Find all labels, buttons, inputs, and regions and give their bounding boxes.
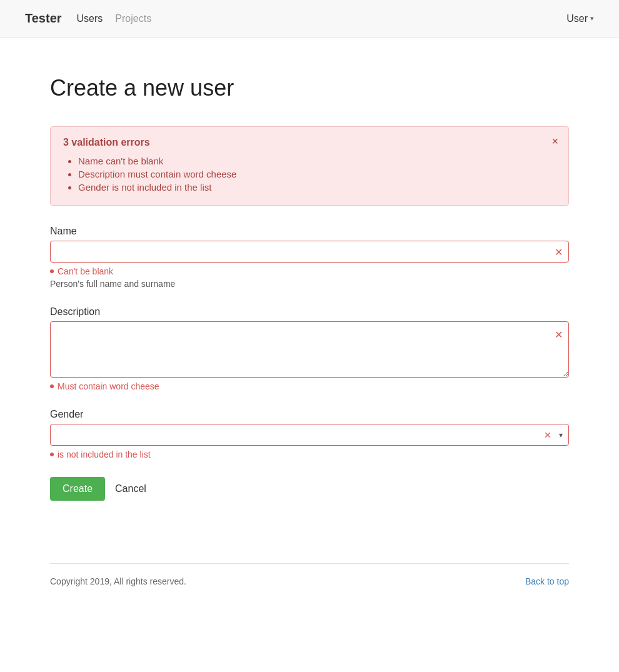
gender-error: is not included in the list — [50, 449, 569, 459]
gender-select[interactable]: Male Female Other — [50, 424, 569, 446]
navbar-link-users[interactable]: Users — [77, 13, 103, 24]
validation-error-list: Name can't be blank Description must con… — [63, 156, 556, 193]
validation-error-box: 3 validation errors × Name can't be blan… — [50, 126, 569, 206]
page-title: Create a new user — [50, 75, 569, 101]
name-input-wrapper: ✕ — [50, 241, 569, 263]
description-error: Must contain word cheese — [50, 381, 569, 391]
navbar-user-label: User — [566, 13, 588, 24]
footer-copyright: Copyright 2019, All rights reserved. — [50, 576, 186, 586]
create-user-form: Name ✕ Can't be blank Person's full name… — [50, 226, 569, 501]
validation-error-item: Name can't be blank — [78, 156, 556, 166]
navbar-brand[interactable]: Tester — [25, 11, 62, 26]
gender-form-group: Gender Male Female Other ✕ ▾ is not incl… — [50, 409, 569, 459]
validation-error-item: Description must contain word cheese — [78, 169, 556, 179]
name-error: Can't be blank — [50, 266, 569, 276]
validation-error-item: Gender is not included in the list — [78, 182, 556, 193]
back-to-top-link[interactable]: Back to top — [525, 576, 569, 586]
gender-select-wrapper: Male Female Other ✕ ▾ — [50, 424, 569, 446]
form-button-row: Create Cancel — [50, 477, 569, 501]
navbar-user-menu[interactable]: User ▾ — [566, 13, 594, 24]
navbar: Tester Users Projects User ▾ — [0, 0, 619, 38]
main-content: Create a new user 3 validation errors × … — [0, 38, 619, 526]
name-label: Name — [50, 226, 569, 237]
name-input[interactable] — [50, 241, 569, 263]
validation-close-button[interactable]: × — [551, 136, 558, 147]
navbar-links: Users Projects — [77, 13, 567, 24]
validation-error-title: 3 validation errors — [63, 137, 556, 148]
description-label: Description — [50, 306, 569, 318]
gender-label: Gender — [50, 409, 569, 420]
description-input[interactable] — [50, 321, 569, 378]
create-button[interactable]: Create — [50, 477, 105, 501]
name-form-group: Name ✕ Can't be blank Person's full name… — [50, 226, 569, 289]
name-error-dot — [50, 269, 54, 273]
chevron-down-icon: ▾ — [590, 14, 594, 23]
description-error-text: Must contain word cheese — [58, 381, 159, 391]
cancel-button[interactable]: Cancel — [113, 477, 149, 501]
name-hint: Person's full name and surname — [50, 279, 569, 289]
gender-error-dot — [50, 453, 54, 456]
description-error-dot — [50, 384, 54, 388]
gender-error-text: is not included in the list — [58, 449, 151, 459]
description-form-group: Description ✕ Must contain word cheese — [50, 306, 569, 391]
footer: Copyright 2019, All rights reserved. Bac… — [50, 563, 569, 599]
navbar-link-projects[interactable]: Projects — [115, 13, 151, 24]
description-input-wrapper: ✕ — [50, 321, 569, 378]
name-error-text: Can't be blank — [58, 266, 113, 276]
